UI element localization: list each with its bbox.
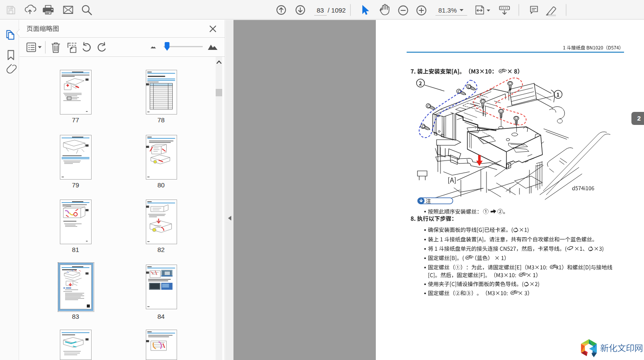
svg-text:81.3%: 81.3% [438,7,457,14]
svg-text:/ 1092: / 1092 [328,7,346,14]
svg-text:83: 83 [317,7,324,14]
